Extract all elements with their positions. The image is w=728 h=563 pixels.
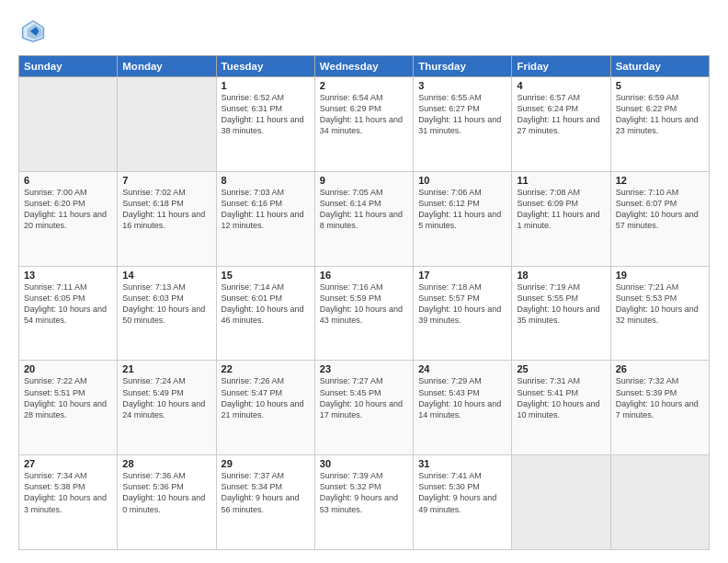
day-number: 14 bbox=[122, 270, 210, 281]
day-detail: Sunrise: 6:54 AM Sunset: 6:29 PM Dayligh… bbox=[320, 92, 408, 137]
day-detail: Sunrise: 7:22 AM Sunset: 5:51 PM Dayligh… bbox=[24, 375, 112, 420]
day-of-week-header: Wednesday bbox=[314, 56, 413, 77]
day-number: 30 bbox=[320, 458, 408, 469]
day-number: 19 bbox=[616, 270, 704, 281]
day-detail: Sunrise: 6:52 AM Sunset: 6:31 PM Dayligh… bbox=[222, 92, 310, 137]
day-detail: Sunrise: 6:57 AM Sunset: 6:24 PM Dayligh… bbox=[517, 92, 605, 137]
day-of-week-header: Thursday bbox=[414, 56, 512, 77]
day-number: 10 bbox=[418, 175, 506, 186]
day-number: 4 bbox=[517, 80, 605, 91]
day-number: 21 bbox=[122, 363, 210, 374]
day-number: 8 bbox=[222, 175, 310, 186]
calendar-week-row: 20Sunrise: 7:22 AM Sunset: 5:51 PM Dayli… bbox=[19, 361, 710, 455]
day-of-week-header: Tuesday bbox=[216, 56, 314, 77]
day-number: 17 bbox=[418, 270, 506, 281]
day-number: 20 bbox=[24, 363, 112, 374]
calendar-cell: 19Sunrise: 7:21 AM Sunset: 5:53 PM Dayli… bbox=[610, 266, 709, 361]
day-number: 29 bbox=[222, 458, 310, 469]
calendar-cell: 29Sunrise: 7:37 AM Sunset: 5:34 PM Dayli… bbox=[216, 455, 314, 550]
calendar-cell: 28Sunrise: 7:36 AM Sunset: 5:36 PM Dayli… bbox=[118, 455, 216, 550]
day-number: 7 bbox=[122, 175, 210, 186]
day-detail: Sunrise: 7:39 AM Sunset: 5:32 PM Dayligh… bbox=[320, 470, 408, 515]
day-detail: Sunrise: 7:16 AM Sunset: 5:59 PM Dayligh… bbox=[320, 282, 408, 327]
calendar-cell: 16Sunrise: 7:16 AM Sunset: 5:59 PM Dayli… bbox=[314, 266, 413, 361]
calendar-cell: 13Sunrise: 7:11 AM Sunset: 6:05 PM Dayli… bbox=[19, 266, 118, 361]
calendar-cell: 25Sunrise: 7:31 AM Sunset: 5:41 PM Dayli… bbox=[512, 361, 610, 455]
calendar-cell: 11Sunrise: 7:08 AM Sunset: 6:09 PM Dayli… bbox=[512, 171, 610, 266]
day-number: 6 bbox=[24, 175, 112, 186]
day-detail: Sunrise: 7:26 AM Sunset: 5:47 PM Dayligh… bbox=[222, 375, 310, 420]
day-number: 13 bbox=[24, 270, 112, 281]
day-detail: Sunrise: 7:13 AM Sunset: 6:03 PM Dayligh… bbox=[122, 282, 210, 327]
day-number: 1 bbox=[222, 80, 310, 91]
day-of-week-header: Sunday bbox=[19, 56, 118, 77]
calendar-cell: 21Sunrise: 7:24 AM Sunset: 5:49 PM Dayli… bbox=[118, 361, 216, 455]
day-detail: Sunrise: 7:36 AM Sunset: 5:36 PM Dayligh… bbox=[122, 470, 210, 515]
day-number: 31 bbox=[418, 458, 506, 469]
day-detail: Sunrise: 7:34 AM Sunset: 5:38 PM Dayligh… bbox=[24, 470, 112, 515]
day-detail: Sunrise: 7:06 AM Sunset: 6:12 PM Dayligh… bbox=[418, 187, 506, 232]
calendar-cell: 12Sunrise: 7:10 AM Sunset: 6:07 PM Dayli… bbox=[610, 171, 709, 266]
logo-icon bbox=[18, 17, 48, 46]
calendar-cell: 6Sunrise: 7:00 AM Sunset: 6:20 PM Daylig… bbox=[19, 171, 118, 266]
page: SundayMondayTuesdayWednesdayThursdayFrid… bbox=[0, 0, 728, 563]
day-of-week-header: Monday bbox=[118, 56, 216, 77]
day-detail: Sunrise: 7:03 AM Sunset: 6:16 PM Dayligh… bbox=[222, 187, 310, 232]
day-detail: Sunrise: 7:18 AM Sunset: 5:57 PM Dayligh… bbox=[418, 282, 506, 327]
day-detail: Sunrise: 7:32 AM Sunset: 5:39 PM Dayligh… bbox=[616, 375, 704, 420]
calendar-cell: 14Sunrise: 7:13 AM Sunset: 6:03 PM Dayli… bbox=[118, 266, 216, 361]
day-number: 18 bbox=[517, 270, 605, 281]
day-detail: Sunrise: 6:59 AM Sunset: 6:22 PM Dayligh… bbox=[616, 92, 704, 137]
day-number: 27 bbox=[24, 458, 112, 469]
calendar-cell: 4Sunrise: 6:57 AM Sunset: 6:24 PM Daylig… bbox=[512, 77, 610, 172]
calendar-cell: 5Sunrise: 6:59 AM Sunset: 6:22 PM Daylig… bbox=[610, 77, 709, 172]
calendar-cell: 10Sunrise: 7:06 AM Sunset: 6:12 PM Dayli… bbox=[414, 171, 512, 266]
calendar-week-row: 27Sunrise: 7:34 AM Sunset: 5:38 PM Dayli… bbox=[19, 455, 710, 550]
calendar-cell bbox=[512, 455, 610, 550]
day-detail: Sunrise: 7:02 AM Sunset: 6:18 PM Dayligh… bbox=[122, 187, 210, 232]
calendar-week-row: 1Sunrise: 6:52 AM Sunset: 6:31 PM Daylig… bbox=[19, 77, 710, 172]
day-detail: Sunrise: 7:27 AM Sunset: 5:45 PM Dayligh… bbox=[320, 375, 408, 420]
day-detail: Sunrise: 7:14 AM Sunset: 6:01 PM Dayligh… bbox=[222, 282, 310, 327]
calendar-cell: 27Sunrise: 7:34 AM Sunset: 5:38 PM Dayli… bbox=[19, 455, 118, 550]
day-detail: Sunrise: 7:08 AM Sunset: 6:09 PM Dayligh… bbox=[517, 187, 605, 232]
calendar-cell: 22Sunrise: 7:26 AM Sunset: 5:47 PM Dayli… bbox=[216, 361, 314, 455]
day-number: 22 bbox=[222, 363, 310, 374]
day-number: 9 bbox=[320, 175, 408, 186]
day-detail: Sunrise: 7:41 AM Sunset: 5:30 PM Dayligh… bbox=[418, 470, 506, 515]
header bbox=[18, 17, 710, 46]
calendar-cell: 26Sunrise: 7:32 AM Sunset: 5:39 PM Dayli… bbox=[610, 361, 709, 455]
day-detail: Sunrise: 7:29 AM Sunset: 5:43 PM Dayligh… bbox=[418, 375, 506, 420]
header-row: SundayMondayTuesdayWednesdayThursdayFrid… bbox=[19, 56, 710, 77]
calendar-cell bbox=[118, 77, 216, 172]
day-number: 12 bbox=[616, 175, 704, 186]
calendar-cell: 31Sunrise: 7:41 AM Sunset: 5:30 PM Dayli… bbox=[414, 455, 512, 550]
calendar-cell: 1Sunrise: 6:52 AM Sunset: 6:31 PM Daylig… bbox=[216, 77, 314, 172]
day-of-week-header: Friday bbox=[512, 56, 610, 77]
day-detail: Sunrise: 7:05 AM Sunset: 6:14 PM Dayligh… bbox=[320, 187, 408, 232]
calendar-cell: 23Sunrise: 7:27 AM Sunset: 5:45 PM Dayli… bbox=[314, 361, 413, 455]
day-of-week-header: Saturday bbox=[610, 56, 709, 77]
day-number: 25 bbox=[517, 363, 605, 374]
calendar-cell: 3Sunrise: 6:55 AM Sunset: 6:27 PM Daylig… bbox=[414, 77, 512, 172]
calendar-table: SundayMondayTuesdayWednesdayThursdayFrid… bbox=[18, 55, 710, 550]
day-detail: Sunrise: 7:00 AM Sunset: 6:20 PM Dayligh… bbox=[24, 187, 112, 232]
calendar-cell bbox=[610, 455, 709, 550]
day-number: 2 bbox=[320, 80, 408, 91]
calendar-cell: 20Sunrise: 7:22 AM Sunset: 5:51 PM Dayli… bbox=[19, 361, 118, 455]
day-number: 11 bbox=[517, 175, 605, 186]
logo bbox=[18, 17, 51, 46]
day-detail: Sunrise: 7:11 AM Sunset: 6:05 PM Dayligh… bbox=[24, 282, 112, 327]
calendar-cell: 8Sunrise: 7:03 AM Sunset: 6:16 PM Daylig… bbox=[216, 171, 314, 266]
calendar-cell: 2Sunrise: 6:54 AM Sunset: 6:29 PM Daylig… bbox=[314, 77, 413, 172]
calendar-cell: 18Sunrise: 7:19 AM Sunset: 5:55 PM Dayli… bbox=[512, 266, 610, 361]
day-number: 23 bbox=[320, 363, 408, 374]
day-number: 24 bbox=[418, 363, 506, 374]
calendar-cell: 30Sunrise: 7:39 AM Sunset: 5:32 PM Dayli… bbox=[314, 455, 413, 550]
calendar-cell: 17Sunrise: 7:18 AM Sunset: 5:57 PM Dayli… bbox=[414, 266, 512, 361]
day-detail: Sunrise: 7:31 AM Sunset: 5:41 PM Dayligh… bbox=[517, 375, 605, 420]
day-number: 26 bbox=[616, 363, 704, 374]
calendar-cell: 9Sunrise: 7:05 AM Sunset: 6:14 PM Daylig… bbox=[314, 171, 413, 266]
day-number: 16 bbox=[320, 270, 408, 281]
day-number: 5 bbox=[616, 80, 704, 91]
